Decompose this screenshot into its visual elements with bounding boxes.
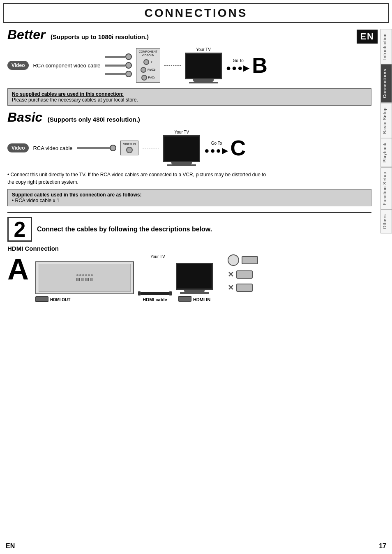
better-title: Better xyxy=(7,27,45,42)
hdmi-diagram-row: HDMI OUT HDMI cable xyxy=(35,261,213,302)
better-video-badge: Video xyxy=(7,61,29,70)
device-ports-row xyxy=(76,278,93,281)
page-footer: EN 17 xyxy=(0,542,392,550)
hdmi-plug-right xyxy=(169,291,172,295)
better-notice-box: No supplied cables are used in this conn… xyxy=(7,88,371,106)
hdmi-title: HDMI Connection xyxy=(7,245,371,252)
hdmi-diagram-wrap: Your TV xyxy=(35,254,213,302)
hdmi-letter-a: A xyxy=(7,254,29,284)
connector-row-ok xyxy=(228,254,258,266)
comp-port-pr xyxy=(141,75,147,81)
single-rca-cable xyxy=(77,145,116,151)
cable-line-1 xyxy=(105,56,125,58)
bd-player-device xyxy=(35,261,134,294)
main-content: Better (Supports up to 1080i resolution.… xyxy=(3,23,376,306)
hdmi-your-tv-label: Your TV xyxy=(150,254,213,259)
dashed-line-better xyxy=(164,65,181,66)
hdmi-cable-area: HDMI cable xyxy=(138,279,172,302)
hdmi-tv-screen xyxy=(176,263,213,290)
basic-go-to-block: Go To ●●●▶ xyxy=(204,141,228,155)
better-section: Better (Supports up to 1080i resolution.… xyxy=(7,27,371,106)
tab-others[interactable]: Others xyxy=(380,210,392,233)
better-notice-text: Please purchase the necessary cables at … xyxy=(12,97,138,103)
better-notice-title: No supplied cables are used in this conn… xyxy=(12,91,124,97)
hdmi-plug-ok xyxy=(242,256,258,264)
rca-cable-pr xyxy=(105,71,132,77)
basic-tv: Your TV xyxy=(163,130,200,166)
device-dots-row1 xyxy=(76,274,93,276)
hdmi-cable-label: HDMI cable xyxy=(143,297,167,302)
rca-cable-pb xyxy=(105,62,132,69)
better-dots-arrow: ●●●▶ xyxy=(226,63,250,73)
dot xyxy=(91,274,93,276)
hdmi-tv-foot xyxy=(180,292,209,294)
hdmi-cable-row xyxy=(138,291,172,295)
device-port-2 xyxy=(81,278,84,281)
side-tabs: Introduction Connections Basic Setup Pla… xyxy=(380,29,392,233)
page-header: CONNECTIONS xyxy=(3,3,389,23)
rca-cables xyxy=(105,53,132,77)
basic-subtitle: (Supports only 480i resolution.) xyxy=(48,116,140,123)
better-cable-label: RCA component video cable xyxy=(33,62,100,69)
device-port-1 xyxy=(76,278,80,281)
hdmi-out-label: HDMI OUT xyxy=(50,298,70,302)
video-in-label: VIDEO IN xyxy=(123,143,136,145)
cable-line-3 xyxy=(105,73,125,75)
tab-playback[interactable]: Playback xyxy=(380,138,392,167)
bd-device-inner xyxy=(39,264,131,292)
hdmi-content-row: A Your TV xyxy=(7,254,371,302)
hdmi-section: HDMI Connection A Your TV xyxy=(7,245,371,302)
basic-connection-row: Video RCA video cable VIDEO IN Your TV xyxy=(7,130,371,166)
better-tv-screen xyxy=(185,53,222,79)
basic-video-badge: Video xyxy=(7,143,29,152)
basic-your-tv: Your TV xyxy=(175,130,189,134)
bd-player-wrap: HDMI OUT xyxy=(35,261,134,302)
supplied-title: Supplied cables used in this connection … xyxy=(12,192,141,198)
basic-tv-screen xyxy=(163,135,200,162)
basic-cable-label: RCA video cable xyxy=(33,145,72,151)
hdmi-plug-x2 xyxy=(236,284,253,292)
comp-label-pb: Pb/Cb xyxy=(148,68,155,71)
tab-basic-setup[interactable]: Basic Setup xyxy=(380,103,392,138)
basic-tv-foot xyxy=(167,164,196,166)
tab-connections[interactable]: Connections xyxy=(380,64,392,103)
device-port-3 xyxy=(85,278,89,281)
comp-port-pb xyxy=(141,67,146,73)
footer-en: EN xyxy=(6,542,15,550)
comp-port-pr-row: Pr/Cr xyxy=(141,75,155,81)
rca-head-single xyxy=(110,145,116,151)
dashed-line-basic xyxy=(143,148,159,148)
tab-function-setup[interactable]: Function Setup xyxy=(380,167,392,210)
comp-label-y: Y xyxy=(150,60,152,63)
dot xyxy=(76,274,78,276)
step-description: Connect the cables by following the desc… xyxy=(37,226,212,233)
cable-line-2 xyxy=(105,65,125,67)
basic-dots-arrow: ●●●▶ xyxy=(204,145,228,155)
better-tv-foot xyxy=(189,82,218,83)
basic-section: Basic (Supports only 480i resolution.) V… xyxy=(7,110,371,206)
dot xyxy=(79,274,81,276)
better-connection-row: Video RCA component video cable xyxy=(7,47,371,83)
better-letter-b: B xyxy=(252,55,267,76)
step-2-row: 2 Connect the cables by following the de… xyxy=(7,212,371,242)
comp-label-pr: Pr/Cr xyxy=(148,76,155,79)
conn-x1: ✕ xyxy=(228,270,234,279)
basic-title: Basic xyxy=(7,110,42,125)
comp-port-pb-row: Pb/Cb xyxy=(141,67,155,73)
footer-page-number: 17 xyxy=(379,542,386,550)
dot xyxy=(85,274,87,276)
better-tv: Your TV xyxy=(185,47,222,83)
hdmi-plug-x1 xyxy=(236,270,253,279)
hdmi-in-row: HDMI IN xyxy=(178,295,210,302)
conn-x2: ✕ xyxy=(228,283,234,292)
component-port-top-label: COMPONENTVIDEO IN xyxy=(139,50,158,57)
supplied-box: Supplied cables used in this connection … xyxy=(7,189,371,206)
connector-row-x2: ✕ xyxy=(228,283,258,292)
hdmi-in-label: HDMI IN xyxy=(193,297,210,302)
conn-circle-ok xyxy=(228,254,239,266)
better-your-tv: Your TV xyxy=(196,47,211,52)
rca-head-2 xyxy=(125,62,132,69)
rca-head-3 xyxy=(125,71,132,77)
tab-introduction[interactable]: Introduction xyxy=(380,29,392,64)
basic-go-to: Go To ●●●▶ C xyxy=(204,137,246,159)
